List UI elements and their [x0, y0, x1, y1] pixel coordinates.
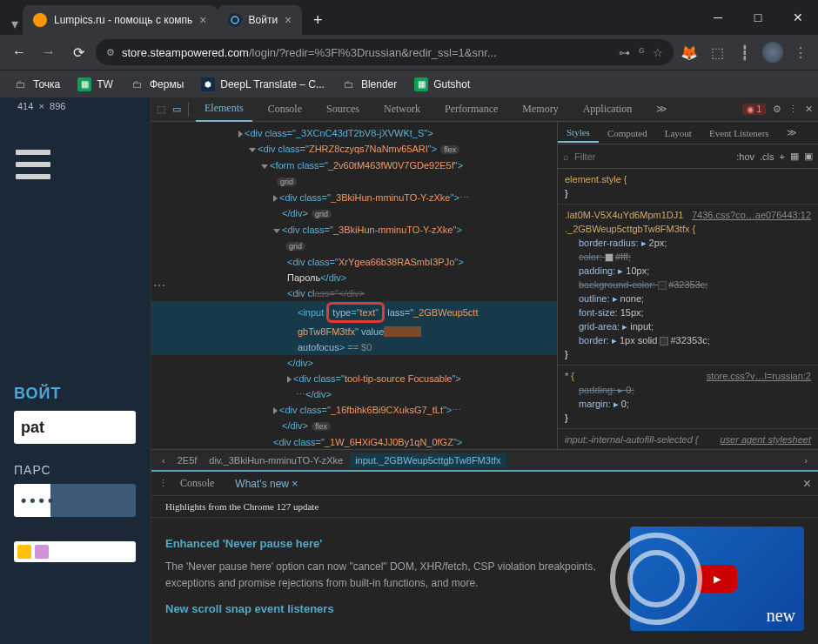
styles-tab-layout[interactable]: Layout	[656, 124, 701, 142]
drawer-tab-whatsnew[interactable]: What's new ×	[226, 473, 306, 494]
devtools-tab-performance[interactable]: Performance	[436, 97, 506, 121]
more-icon[interactable]: ≫	[778, 124, 806, 142]
filter-input[interactable]	[574, 151, 731, 162]
extension-icon[interactable]: ┇	[734, 42, 755, 63]
extension-icon[interactable]: ⬚	[707, 42, 727, 63]
minimize-button[interactable]: ─	[698, 0, 738, 35]
devtools-tab-console[interactable]: Console	[259, 97, 311, 121]
close-icon[interactable]: ×	[285, 13, 292, 27]
profile-avatar[interactable]	[762, 42, 783, 63]
style-rule[interactable]: user agent stylesheet input:-internal-au…	[558, 429, 818, 449]
filter-icon: ⌕	[563, 151, 569, 162]
svg-point-1	[613, 535, 700, 622]
more-icon[interactable]: ⋮	[788, 104, 798, 115]
maximize-button[interactable]: □	[738, 0, 778, 35]
computed-icon[interactable]: ▣	[804, 151, 813, 162]
sheets-icon: ▦	[77, 77, 91, 91]
flexbox-icon[interactable]: ▦	[790, 151, 799, 162]
bookmark-item[interactable]: ▦Gutshot	[407, 74, 477, 95]
deepl-icon: ⬢	[201, 77, 215, 91]
favicon-icon	[33, 13, 47, 27]
field-row[interactable]	[14, 541, 136, 562]
favicon-icon	[228, 13, 242, 27]
hov-toggle[interactable]: :hov	[736, 151, 754, 162]
site-info-icon[interactable]: ⚙	[106, 47, 115, 58]
video-thumbnail[interactable]: ▶ new	[630, 527, 804, 631]
dom-node[interactable]: <div class="ZHRZ8czyqs7NaNmv65ARI">flex	[151, 141, 557, 158]
menu-button[interactable]: ⋮	[790, 42, 811, 63]
forward-button[interactable]: →	[37, 40, 61, 64]
bookmark-item[interactable]: ▦TW	[70, 74, 120, 95]
style-rule[interactable]: 7436.css?co…ae076443:12 .lat0M-V5X4uYd6M…	[558, 205, 818, 366]
cls-toggle[interactable]: .cls	[760, 151, 774, 162]
bookmark-star-icon[interactable]: ☆	[653, 46, 663, 59]
bookmark-item[interactable]: 🗀Точка	[7, 74, 67, 95]
styles-tab-events[interactable]: Event Listeners	[701, 124, 778, 142]
hamburger-menu[interactable]	[16, 150, 50, 179]
styles-tab-styles[interactable]: Styles	[558, 124, 599, 143]
style-rule[interactable]: element.style {}	[558, 169, 818, 205]
whatsnew-heading: Enhanced 'Never pause here'	[165, 535, 613, 553]
devtools-toolbar: ⬚ ▭ Elements Console Sources Network Per…	[151, 97, 818, 122]
back-button[interactable]: ←	[7, 40, 31, 64]
dom-breadcrumb[interactable]: ‹ 2E5f div._3BkiHun-mminuTO-Y-zXke input…	[151, 449, 818, 470]
dom-node[interactable]: <div class="_3BkiHun-mminuTO-Y-zXke">⋯	[151, 190, 557, 205]
new-tab-button[interactable]: +	[305, 8, 330, 32]
close-icon[interactable]: ×	[199, 13, 206, 27]
bookmark-item[interactable]: 🗀Blender	[335, 74, 404, 95]
extension-icon[interactable]: 🦊	[679, 42, 700, 63]
devtools-tab-sources[interactable]: Sources	[318, 97, 368, 121]
bookmark-item[interactable]: ⬢DeepL Translate – С...	[194, 74, 332, 95]
username-input[interactable]: pat	[14, 411, 136, 444]
reload-button[interactable]: ⟳	[66, 40, 91, 64]
settings-icon[interactable]: ⚙	[773, 104, 781, 115]
dom-tree[interactable]: ⋯ <div class="_3XCnC43dT2bV8-jXVWKt_S"> …	[151, 122, 557, 449]
browser-tab-2[interactable]: Войти ×	[218, 5, 303, 35]
svg-point-0	[231, 17, 238, 23]
whatsnew-text: The 'Never pause here' option can now "c…	[165, 559, 613, 592]
devtools-drawer: ⋮ Console What's new × × Highlights from…	[151, 470, 818, 644]
drawer-menu-icon[interactable]: ⋮	[158, 478, 168, 489]
close-window-button[interactable]: ✕	[778, 0, 818, 35]
close-devtools-icon[interactable]: ✕	[805, 104, 813, 115]
dom-node[interactable]: <div class="_3BkiHun-mminuTO-Y-zXke">	[151, 222, 557, 238]
dom-node[interactable]: <div class="XrYgea66b38RASmbI3PJo">	[151, 254, 557, 270]
close-drawer-icon[interactable]: ×	[803, 476, 811, 492]
tab-title: Lumpics.ru - помощь с компь	[54, 14, 192, 26]
dom-node[interactable]: <div class="_16fbihk6Bi9CXuksG7_tLt">⋯	[151, 402, 557, 418]
folder-icon: 🗀	[342, 77, 356, 91]
dom-node[interactable]: <div class="_1W_6HXiG4JJ0By1qN_0fGZ">	[151, 434, 557, 449]
window-titlebar: ▾ Lumpics.ru - помощь с компь × Войти × …	[0, 0, 818, 35]
style-rule[interactable]: store.css?v…l=russian:2 * { padding: ▸ 0…	[558, 366, 818, 429]
dom-node[interactable]: <div class="tool-tip-source Focusable">	[151, 371, 557, 386]
breadcrumb-scroll-right[interactable]: ›	[799, 453, 813, 467]
dom-node[interactable]: <div class="_3XCnC43dT2bV8-jXVWKt_S">	[151, 125, 557, 141]
styles-tab-computed[interactable]: Computed	[599, 124, 656, 142]
new-rule-icon[interactable]: +	[780, 151, 785, 162]
key-icon[interactable]: ⊶	[619, 46, 630, 59]
devtools-tab-network[interactable]: Network	[375, 97, 429, 121]
url-input[interactable]: ⚙ store.steampowered.com/login/?redir=%3…	[96, 39, 674, 65]
folder-icon: 🗀	[14, 77, 28, 91]
sheets-icon: ▦	[414, 77, 428, 91]
error-badge[interactable]: ◉ 1	[742, 104, 766, 115]
dom-node-selected[interactable]: <input type="text" lass="_2GBWeup5ctt	[151, 301, 557, 324]
inspect-icon[interactable]: ⬚	[157, 104, 165, 115]
device-toggle-icon[interactable]: ▭	[172, 104, 181, 115]
drawer-tab-console[interactable]: Console	[171, 473, 223, 493]
password-input[interactable]: ••••	[14, 484, 136, 517]
page-preview-pane: 414 × 896 ВОЙТ pat ПАРС ••••	[0, 97, 151, 644]
bookmark-item[interactable]: 🗀Фермы	[124, 74, 191, 95]
dom-node[interactable]: <form class="_2v60tM463fW0V7GDe92E5f">	[151, 158, 557, 173]
devtools-tab-memory[interactable]: Memory	[513, 97, 567, 121]
devtools-tab-application[interactable]: Application	[574, 97, 641, 121]
devtools-panel: ⬚ ▭ Elements Console Sources Network Per…	[151, 97, 818, 644]
address-bar: ← → ⟳ ⚙ store.steampowered.com/login/?re…	[0, 35, 818, 70]
breadcrumb-scroll-left[interactable]: ‹	[157, 453, 171, 467]
browser-tab-1[interactable]: Lumpics.ru - помощь с компь ×	[23, 5, 218, 35]
more-tabs-icon[interactable]: ≫	[647, 97, 676, 121]
tab-search-icon[interactable]: ▾	[7, 16, 23, 32]
svg-point-2	[630, 553, 682, 605]
devtools-tab-elements[interactable]: Elements	[196, 97, 252, 122]
translate-icon[interactable]: ᴳ	[639, 46, 644, 59]
